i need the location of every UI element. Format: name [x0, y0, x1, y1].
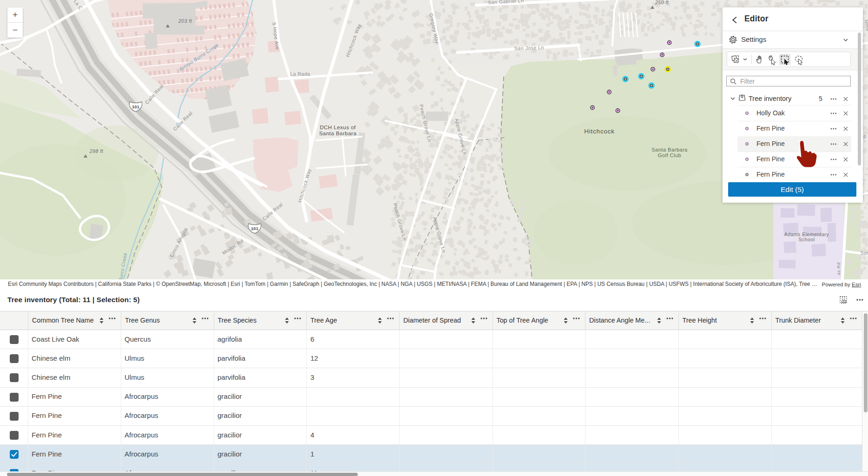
svg-text:101: 101	[251, 226, 259, 231]
svg-text:San: San	[861, 251, 868, 256]
svg-text:DCH Lexus of: DCH Lexus of	[320, 125, 356, 130]
svg-text:School: School	[798, 237, 815, 242]
svg-text:203 ft: 203 ft	[178, 18, 192, 24]
svg-text:P: P	[863, 135, 867, 140]
svg-text:Santa Barbara: Santa Barbara	[651, 147, 688, 152]
svg-text:San Jose Ln: San Jose Ln	[514, 45, 544, 51]
svg-text:Santa Barbara: Santa Barbara	[319, 131, 357, 136]
svg-text:250 ft: 250 ft	[655, 0, 669, 5]
svg-text:as Rd: as Rd	[836, 262, 841, 275]
svg-text:298 ft: 298 ft	[89, 148, 104, 154]
svg-text:Golf Club: Golf Club	[658, 152, 681, 158]
svg-text:Hitchcock: Hitchcock	[584, 128, 615, 135]
svg-text:La Rada: La Rada	[290, 71, 310, 77]
svg-text:101: 101	[132, 104, 140, 109]
